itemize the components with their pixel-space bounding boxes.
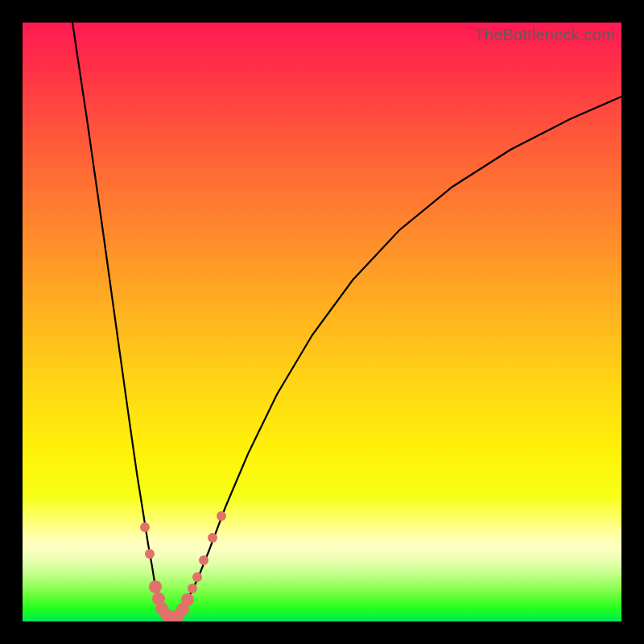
data-point-marker	[192, 572, 202, 582]
right-branch-curve	[172, 97, 621, 618]
curve-group	[72, 23, 621, 618]
data-point-marker	[181, 593, 194, 606]
data-point-marker	[149, 580, 162, 593]
data-point-marker	[145, 549, 155, 559]
chart-svg	[23, 23, 621, 621]
watermark-text: TheBottleneck.com	[474, 26, 615, 44]
data-point-marker	[140, 522, 150, 532]
data-point-marker	[188, 584, 197, 593]
plot-area: TheBottleneck.com	[23, 23, 621, 621]
marker-group	[140, 511, 226, 621]
left-branch-curve	[72, 23, 172, 618]
data-point-marker	[199, 555, 208, 565]
outer-frame: TheBottleneck.com	[0, 0, 644, 644]
data-point-marker	[217, 511, 226, 521]
data-point-marker	[208, 533, 217, 543]
